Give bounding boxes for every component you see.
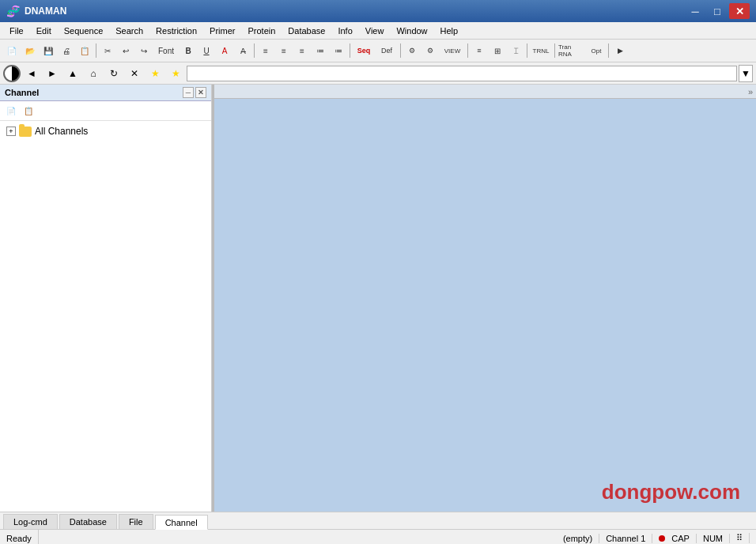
tb-trnl[interactable]: TRNL [530, 43, 552, 59]
menu-item-edit[interactable]: Edit [30, 22, 58, 39]
minimize-button[interactable]: ─ [685, 3, 705, 19]
favicon-button[interactable]: ★ [146, 65, 164, 82]
strikethrough-button[interactable]: A̶ [234, 43, 251, 59]
status-channel: Channel 1 [599, 534, 652, 543]
fav2-button[interactable]: ★ [166, 65, 185, 82]
home-button[interactable]: ⌂ [84, 65, 103, 82]
undo-button[interactable]: ↩ [117, 43, 134, 59]
tb-opt[interactable]: Opt [587, 43, 606, 59]
tb-extra2[interactable]: ⊞ [489, 43, 506, 59]
content-header: » [214, 85, 756, 99]
status-cap-area: CAP [652, 534, 697, 543]
toolbar-row1: 📄 📂 💾 🖨 📋 ✂ ↩ ↪ Font B U A A̶ ≡ ≡ ≡ ≔ ≔ … [3, 41, 753, 60]
sidebar-header: Channel ─ ✕ [0, 85, 211, 101]
sep1 [96, 43, 96, 58]
menu-item-window[interactable]: Window [390, 22, 433, 39]
sep4 [400, 43, 401, 58]
save-button[interactable]: 💾 [40, 43, 57, 59]
tb-end[interactable]: ▶ [611, 43, 629, 59]
list1-button[interactable]: ≔ [312, 43, 329, 59]
maximize-button[interactable]: □ [707, 3, 728, 19]
refresh-button[interactable]: ↻ [104, 65, 123, 82]
status-empty: (empty) [563, 534, 599, 543]
menu-item-info[interactable]: Info [331, 22, 358, 39]
back-button[interactable]: ◄ [22, 65, 41, 82]
tb-seq-btn[interactable]: Seq [353, 43, 375, 59]
tb-extra3[interactable]: ⌶ [507, 43, 524, 59]
menu-item-database[interactable]: Database [282, 22, 331, 39]
up-button[interactable]: ▲ [63, 65, 82, 82]
highlight-button[interactable]: A [216, 43, 233, 59]
forward-button[interactable]: ► [43, 65, 62, 82]
tab-log-cmd[interactable]: Log-cmd [3, 514, 58, 529]
status-extra: ⠿ [730, 533, 750, 543]
sep6 [527, 43, 527, 58]
sep7 [554, 43, 555, 58]
menu-item-primer[interactable]: Primer [203, 22, 241, 39]
list2-button[interactable]: ≔ [330, 43, 347, 59]
sidebar-close-button[interactable]: ✕ [195, 87, 206, 98]
new-button[interactable]: 📄 [3, 43, 21, 59]
new-channel-button[interactable]: 📄 [3, 104, 19, 118]
status-right: (empty) Channel 1 CAP NUM ⠿ [563, 533, 750, 543]
content-expand-button[interactable]: » [748, 87, 753, 96]
sidebar: Channel ─ ✕ 📄 📋 + All Channels [0, 85, 212, 512]
app-icon: 🧬 [6, 5, 20, 17]
nav-bar: ◄ ► ▲ ⌂ ↻ ✕ ★ ★ ▼ [0, 62, 756, 85]
menu-item-view[interactable]: View [359, 22, 391, 39]
status-ready: Ready [6, 530, 39, 544]
search-dropdown[interactable]: ▼ [739, 65, 753, 82]
folder-icon [19, 127, 32, 137]
tb-extra1[interactable]: ≡ [471, 43, 488, 59]
menu-item-help[interactable]: Help [434, 22, 465, 39]
sidebar-pin-button[interactable]: ─ [183, 87, 194, 98]
sep2 [254, 43, 255, 58]
align-left-button[interactable]: ≡ [257, 43, 274, 59]
cut-button[interactable]: ✂ [99, 43, 116, 59]
status-num: NUM [697, 534, 730, 543]
tb-tools2[interactable]: ⚙ [421, 43, 439, 59]
tb-rna[interactable]: Tran RNA [558, 43, 586, 59]
close-button[interactable]: ✕ [729, 3, 750, 19]
tb-view-btn[interactable]: VIEW [440, 43, 465, 59]
align-center-button[interactable]: ≡ [275, 43, 293, 59]
menu-item-sequence[interactable]: Sequence [58, 22, 110, 39]
copy-button[interactable]: 📋 [76, 43, 93, 59]
menu-item-restriction[interactable]: Restriction [149, 22, 203, 39]
menu-bar: FileEditSequenceSearchRestrictionPrimerP… [0, 22, 756, 40]
menu-item-file[interactable]: File [3, 22, 30, 39]
tab-file[interactable]: File [119, 514, 153, 529]
sep8 [608, 43, 609, 58]
sidebar-content: + All Channels [0, 121, 211, 512]
main-area: Channel ─ ✕ 📄 📋 + All Channels » [0, 85, 756, 512]
bold-button[interactable]: B [180, 43, 197, 59]
title-controls: ─ □ ✕ [685, 3, 750, 19]
font-button[interactable]: Font [153, 43, 179, 59]
expand-icon[interactable]: + [6, 127, 16, 136]
tab-database[interactable]: Database [59, 514, 117, 529]
redo-button[interactable]: ↪ [135, 43, 153, 59]
status-channel-text: Channel 1 [606, 534, 645, 543]
search-input[interactable] [187, 66, 737, 81]
tab-channel[interactable]: Channel [155, 515, 208, 530]
open-button[interactable]: 📂 [21, 43, 39, 59]
sidebar-toolbar: 📄 📋 [0, 101, 211, 121]
stop-button[interactable]: ✕ [125, 65, 144, 82]
print-button[interactable]: 🖨 [58, 43, 75, 59]
tb-def-btn[interactable]: Def [376, 43, 398, 59]
title-bar-left: 🧬 DNAMAN [6, 5, 66, 17]
underline-button[interactable]: U [198, 43, 215, 59]
content-main [214, 99, 756, 512]
status-dot [659, 535, 665, 542]
tb-tools1[interactable]: ⚙ [403, 43, 421, 59]
status-bar: Ready (empty) Channel 1 CAP NUM ⠿ [0, 529, 756, 544]
all-channels-item[interactable]: + All Channels [3, 124, 208, 138]
sidebar-title: Channel [5, 88, 39, 97]
sep3 [350, 43, 350, 58]
bottom-tabs: Log-cmdDatabaseFileChannel [0, 512, 756, 529]
menu-item-search[interactable]: Search [109, 22, 149, 39]
open-channel-button[interactable]: 📋 [21, 104, 36, 118]
menu-item-protein[interactable]: Protein [241, 22, 282, 39]
align-right-button[interactable]: ≡ [293, 43, 311, 59]
app-logo [3, 65, 21, 82]
